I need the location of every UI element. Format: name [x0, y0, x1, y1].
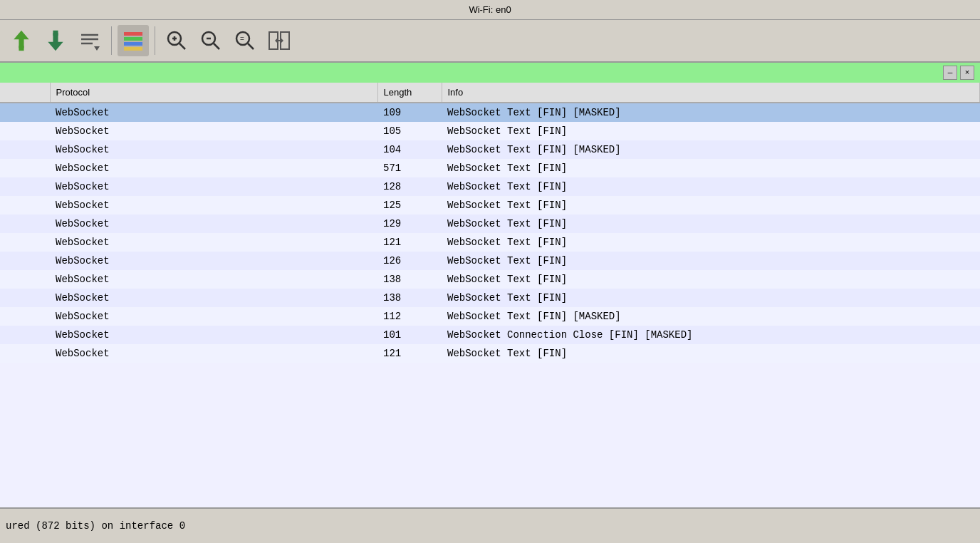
- colorize-button[interactable]: [118, 25, 149, 56]
- cell-num: [0, 289, 50, 307]
- svg-marker-26: [281, 38, 283, 43]
- table-row[interactable]: WebSocket128WebSocket Text [FIN]: [0, 177, 980, 196]
- cell-length: 121: [377, 344, 442, 363]
- cell-info: WebSocket Text [FIN]: [442, 177, 980, 196]
- col-header-info[interactable]: Info: [442, 83, 980, 103]
- svg-line-15: [179, 43, 185, 49]
- table-row[interactable]: WebSocket121WebSocket Text [FIN]: [0, 233, 980, 252]
- toolbar-separator-1: [111, 26, 112, 55]
- filter-bar-minimize-button[interactable]: —: [943, 66, 957, 80]
- cell-length: 138: [377, 289, 442, 307]
- cell-num: [0, 307, 50, 326]
- cell-protocol: WebSocket: [50, 252, 377, 270]
- resize-columns-icon: [268, 29, 291, 52]
- col-header-protocol[interactable]: Protocol: [50, 83, 377, 103]
- zoom-reset-icon: =: [234, 29, 256, 52]
- cell-length: 101: [377, 326, 442, 344]
- toolbar: =: [0, 20, 980, 63]
- cell-length: 109: [377, 103, 442, 122]
- svg-rect-10: [124, 42, 142, 46]
- table-header-row: Protocol Length Info: [0, 83, 980, 103]
- packet-table-container[interactable]: Protocol Length Info WebSocket109WebSock…: [0, 83, 980, 507]
- zoom-reset-button[interactable]: =: [229, 25, 261, 56]
- cell-num: [0, 326, 50, 344]
- cell-protocol: WebSocket: [50, 307, 377, 326]
- cell-length: 126: [377, 252, 442, 270]
- cell-length: 112: [377, 307, 442, 326]
- table-row[interactable]: WebSocket101WebSocket Connection Close […: [0, 326, 980, 344]
- table-row[interactable]: WebSocket105WebSocket Text [FIN]: [0, 122, 980, 140]
- cell-num: [0, 344, 50, 363]
- svg-line-18: [214, 43, 219, 49]
- cell-info: WebSocket Text [FIN] [MASKED]: [442, 140, 980, 159]
- cell-protocol: WebSocket: [50, 289, 377, 307]
- table-row[interactable]: WebSocket126WebSocket Text [FIN]: [0, 252, 980, 270]
- resize-columns-button[interactable]: [264, 25, 295, 56]
- svg-line-20: [248, 43, 254, 49]
- cell-num: [0, 159, 50, 177]
- autoscroll-icon: [78, 29, 101, 52]
- cell-num: [0, 103, 50, 122]
- table-row[interactable]: WebSocket138WebSocket Text [FIN]: [0, 289, 980, 307]
- cell-info: WebSocket Text [FIN]: [442, 214, 980, 233]
- cell-info: WebSocket Text [FIN]: [442, 344, 980, 363]
- cell-info: WebSocket Text [FIN] [MASKED]: [442, 307, 980, 326]
- table-row[interactable]: WebSocket125WebSocket Text [FIN]: [0, 196, 980, 214]
- table-row[interactable]: WebSocket121WebSocket Text [FIN]: [0, 344, 980, 363]
- cell-num: [0, 122, 50, 140]
- zoom-out-icon: [199, 29, 222, 52]
- cell-info: WebSocket Text [FIN]: [442, 289, 980, 307]
- table-row[interactable]: WebSocket138WebSocket Text [FIN]: [0, 270, 980, 289]
- window-title: Wi-Fi: en0: [469, 4, 511, 15]
- svg-marker-0: [14, 31, 28, 48]
- cell-num: [0, 252, 50, 270]
- table-row[interactable]: WebSocket104WebSocket Text [FIN] [MASKED…: [0, 140, 980, 159]
- cell-num: [0, 196, 50, 214]
- autoscroll-button[interactable]: [74, 25, 105, 56]
- svg-rect-1: [19, 46, 24, 51]
- toolbar-separator-2: [155, 26, 155, 55]
- table-row[interactable]: WebSocket129WebSocket Text [FIN]: [0, 214, 980, 233]
- scroll-up-button[interactable]: [6, 25, 37, 56]
- svg-rect-9: [124, 37, 142, 41]
- cell-length: 105: [377, 122, 442, 140]
- cell-info: WebSocket Text [FIN]: [442, 270, 980, 289]
- col-header-length[interactable]: Length: [377, 83, 442, 103]
- svg-text:=: =: [240, 35, 244, 43]
- svg-marker-3: [48, 33, 63, 51]
- svg-marker-25: [275, 38, 278, 43]
- cell-length: 104: [377, 140, 442, 159]
- cell-length: 125: [377, 196, 442, 214]
- table-row[interactable]: WebSocket109WebSocket Text [FIN] [MASKED…: [0, 103, 980, 122]
- cell-info: WebSocket Text [FIN]: [442, 122, 980, 140]
- svg-marker-7: [94, 46, 100, 51]
- cell-protocol: WebSocket: [50, 122, 377, 140]
- cell-num: [0, 214, 50, 233]
- cell-protocol: WebSocket: [50, 326, 377, 344]
- packet-table-body: WebSocket109WebSocket Text [FIN] [MASKED…: [0, 103, 980, 363]
- cell-protocol: WebSocket: [50, 103, 377, 122]
- zoom-in-button[interactable]: [161, 25, 192, 56]
- table-row[interactable]: WebSocket571WebSocket Text [FIN]: [0, 159, 980, 177]
- status-bar-line1: ured (872 bits) on interface 0: [6, 520, 185, 532]
- cell-protocol: WebSocket: [50, 214, 377, 233]
- svg-rect-8: [124, 32, 142, 36]
- cell-info: WebSocket Text [FIN]: [442, 233, 980, 252]
- cell-info: WebSocket Text [FIN]: [442, 196, 980, 214]
- scroll-down-button[interactable]: [40, 25, 71, 56]
- table-row[interactable]: WebSocket112WebSocket Text [FIN] [MASKED…: [0, 307, 980, 326]
- cell-length: 129: [377, 214, 442, 233]
- cell-protocol: WebSocket: [50, 233, 377, 252]
- cell-protocol: WebSocket: [50, 159, 377, 177]
- cell-info: WebSocket Text [FIN]: [442, 252, 980, 270]
- cell-protocol: WebSocket: [50, 344, 377, 363]
- zoom-out-button[interactable]: [195, 25, 226, 56]
- cell-length: 138: [377, 270, 442, 289]
- cell-info: WebSocket Text [FIN]: [442, 159, 980, 177]
- status-bar: ured (872 bits) on interface 0: [0, 507, 980, 543]
- col-header-num: [0, 83, 50, 103]
- filter-bar-close-button[interactable]: ×: [960, 66, 974, 80]
- colorize-icon: [122, 29, 145, 52]
- cell-length: 128: [377, 177, 442, 196]
- svg-rect-11: [124, 47, 142, 51]
